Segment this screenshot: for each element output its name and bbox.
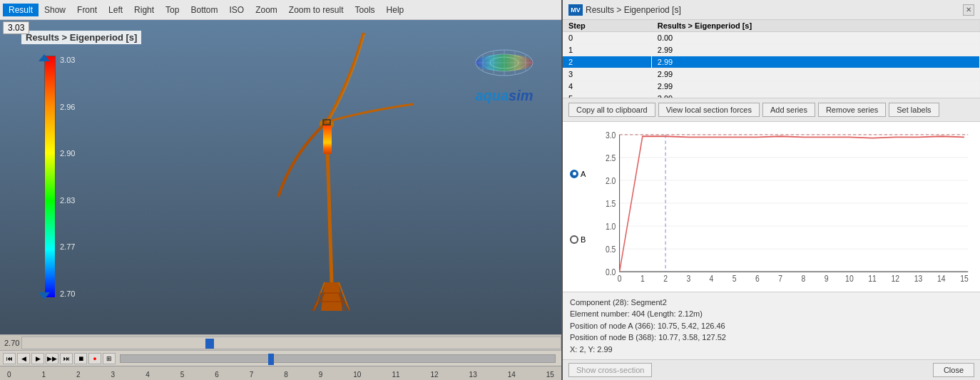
menu-help[interactable]: Help <box>381 4 410 16</box>
progress-bar[interactable] <box>120 354 556 363</box>
color-label-3: 2.83 <box>60 196 75 205</box>
menu-bottom[interactable]: Bottom <box>185 4 223 16</box>
svg-text:0: 0 <box>618 274 622 284</box>
playback-prev[interactable]: ◀ <box>17 353 30 364</box>
progress-handle[interactable] <box>268 354 274 365</box>
radio-a-circle[interactable] <box>570 170 578 178</box>
ruler-7: 7 <box>250 371 254 379</box>
svg-rect-23 <box>476 54 533 71</box>
viewport-title: Results > Eigenperiod [s] <box>21 31 141 44</box>
value-cell: 2.99 <box>651 44 979 56</box>
timeline-current-value: 2.70 <box>4 339 19 347</box>
playback-stop[interactable]: ⏹ <box>74 353 87 364</box>
menu-zoom[interactable]: Zoom <box>250 4 283 16</box>
buttons-row: Copy all to clipboard View local section… <box>563 98 980 122</box>
radio-b-circle[interactable] <box>570 235 578 244</box>
table-row[interactable]: 0 0.00 <box>563 32 980 44</box>
svg-text:13: 13 <box>914 274 923 284</box>
menu-zoom-result[interactable]: Zoom to result <box>283 4 349 16</box>
radio-a[interactable]: A <box>570 170 586 178</box>
step-cell: 1 <box>563 44 651 56</box>
color-label-1: 2.96 <box>60 103 75 111</box>
table-row[interactable]: 5 2.99 <box>563 93 980 99</box>
menu-front[interactable]: Front <box>71 4 103 16</box>
svg-text:2.5: 2.5 <box>606 153 616 163</box>
menu-left[interactable]: Left <box>103 4 128 16</box>
playback-extra[interactable]: ⊞ <box>103 353 116 364</box>
view-local-forces-button[interactable]: View local section forces <box>658 103 760 117</box>
playback-forward[interactable]: ▶▶ <box>46 353 58 364</box>
table-row[interactable]: 1 2.99 <box>563 44 980 56</box>
results-table: Step Results > Eigenperiod [s] 0 0.00 1 … <box>563 20 980 98</box>
panel-bottom-bar: Show cross-section Close <box>563 359 980 380</box>
value-display: 3.03 <box>3 21 29 34</box>
svg-rect-24 <box>590 126 976 287</box>
col-values: Results > Eigenperiod [s] <box>651 20 979 32</box>
menu-right[interactable]: Right <box>128 4 160 16</box>
ruler: 0 1 2 3 4 5 6 7 8 9 10 11 12 13 14 15 <box>0 366 561 380</box>
close-button[interactable]: Close <box>933 363 974 377</box>
set-labels-button[interactable]: Set labels <box>889 103 939 117</box>
step-cell: 5 <box>563 93 651 99</box>
svg-text:1.0: 1.0 <box>606 222 616 231</box>
copy-clipboard-button[interactable]: Copy all to clipboard <box>568 103 655 117</box>
svg-text:1.5: 1.5 <box>606 199 616 208</box>
value-cell: 2.99 <box>651 56 979 68</box>
color-label-4: 2.77 <box>60 242 75 251</box>
menu-result[interactable]: Result <box>3 4 39 16</box>
info-element: Element number: 404 (Length: 2.12m) <box>570 308 973 320</box>
svg-text:0.0: 0.0 <box>606 267 616 277</box>
radio-b-label: B <box>581 235 586 244</box>
color-bar[interactable] <box>44 56 56 298</box>
table-row[interactable]: 4 2.99 <box>563 81 980 93</box>
svg-text:8: 8 <box>802 274 806 284</box>
value-cell: 2.99 <box>651 68 979 81</box>
value-cell: 2.99 <box>651 93 979 99</box>
svg-text:2.0: 2.0 <box>606 176 616 185</box>
step-cell: 3 <box>563 68 651 81</box>
ruler-12: 12 <box>431 371 439 379</box>
step-cell: 4 <box>563 81 651 93</box>
left-panel: Result Show Front Left Right Top Bottom … <box>0 0 561 380</box>
logo-text-2: sim <box>509 88 533 103</box>
show-cross-section-button[interactable]: Show cross-section <box>568 363 652 377</box>
svg-text:4: 4 <box>710 274 714 284</box>
svg-text:1: 1 <box>640 274 645 284</box>
table-row[interactable]: 3 2.99 <box>563 68 980 81</box>
value-cell: 0.00 <box>651 32 979 44</box>
timeline-slider[interactable] <box>205 339 214 349</box>
menu-top[interactable]: Top <box>160 4 185 16</box>
panel-logo-text: MV <box>571 6 581 14</box>
color-bar-area: 3.03 2.96 2.90 2.83 2.77 2.70 <box>44 56 75 298</box>
close-icon[interactable]: ✕ <box>963 4 974 16</box>
menu-tools[interactable]: Tools <box>349 4 381 16</box>
info-component: Component (28): Segment2 <box>570 297 973 309</box>
value-cell: 2.99 <box>651 81 979 93</box>
playback-skip-end[interactable]: ⏭ <box>60 353 73 364</box>
info-xy: X: 2, Y: 2.99 <box>570 344 973 356</box>
ruler-15: 15 <box>546 371 554 379</box>
color-label-5: 2.70 <box>60 289 75 298</box>
menu-show[interactable]: Show <box>39 4 71 16</box>
ruler-2: 2 <box>76 371 81 379</box>
panel-title: Results > Eigenperiod [s] <box>586 5 681 15</box>
svg-text:15: 15 <box>961 274 969 284</box>
results-table-container[interactable]: Step Results > Eigenperiod [s] 0 0.00 1 … <box>563 20 980 98</box>
svg-rect-12 <box>323 125 332 154</box>
table-row-selected[interactable]: 2 2.99 <box>563 56 980 68</box>
playback-record[interactable]: ● <box>88 353 101 364</box>
ruler-1: 1 <box>42 371 46 379</box>
playback-play[interactable]: ▶ <box>31 353 44 364</box>
remove-series-button[interactable]: Remove series <box>818 103 886 117</box>
svg-text:Results > Eigenperiod [s]: Results > Eigenperiod [s] <box>638 286 720 287</box>
ruler-10: 10 <box>353 371 361 379</box>
add-series-button[interactable]: Add series <box>762 103 815 117</box>
ruler-13: 13 <box>469 371 477 379</box>
playback-skip-start[interactable]: ⏮ <box>3 353 16 364</box>
menu-bar: Result Show Front Left Right Top Bottom … <box>0 0 561 20</box>
ruler-11: 11 <box>392 371 399 379</box>
menu-iso[interactable]: ISO <box>223 4 250 16</box>
radio-b[interactable]: B <box>570 235 586 244</box>
ruler-14: 14 <box>508 371 516 379</box>
ruler-8: 8 <box>284 371 288 379</box>
